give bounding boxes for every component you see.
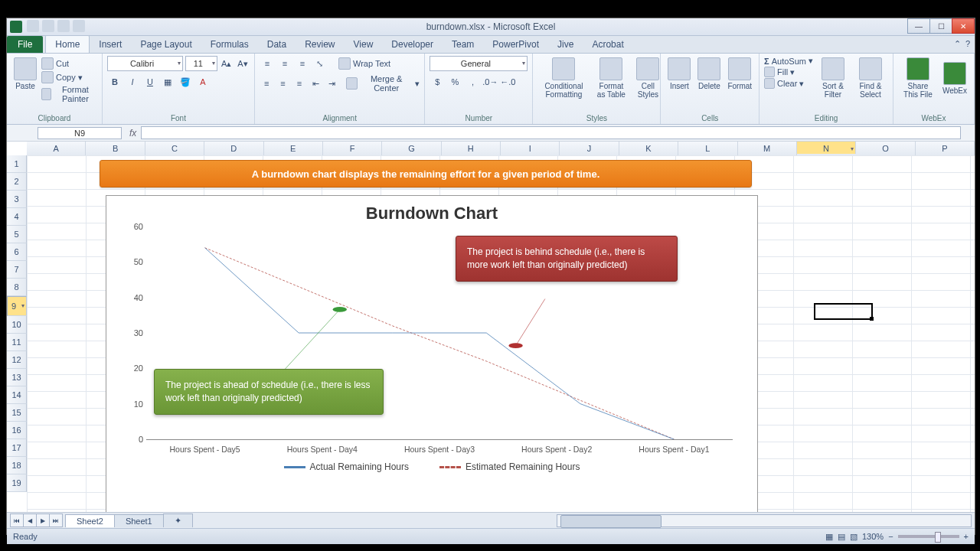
new-sheet-button[interactable]: ✦: [163, 514, 193, 527]
formula-bar-row: N9 fx: [7, 125, 975, 142]
cut-button[interactable]: Cut: [41, 57, 97, 70]
sort-icon: [822, 57, 844, 80]
italic-button[interactable]: I: [125, 74, 140, 90]
inc-decimal-button[interactable]: .0→: [482, 74, 498, 90]
svg-line-2: [516, 299, 545, 346]
clear-button[interactable]: Clear ▾: [764, 78, 813, 89]
wrap-text-button[interactable]: Wrap Text: [338, 57, 390, 70]
find-select-button[interactable]: Find & Select: [853, 56, 888, 100]
row-headers[interactable]: 12345678910111213141516171819: [7, 155, 27, 492]
sort-filter-button[interactable]: Sort & Filter: [815, 56, 851, 100]
cell-styles-button[interactable]: Cell Styles: [632, 56, 663, 100]
delete-cells-button[interactable]: Delete: [695, 56, 723, 92]
view-normal-icon[interactable]: ▦: [825, 532, 833, 542]
brush-icon: [41, 88, 51, 100]
column-headers[interactable]: ABCDEFGHIJKLMNOP: [27, 142, 975, 156]
tab-data[interactable]: Data: [258, 36, 296, 53]
fill-color-button[interactable]: 🪣: [178, 74, 193, 90]
comma-button[interactable]: ,: [465, 74, 480, 90]
percent-button[interactable]: %: [447, 74, 462, 90]
tab-home[interactable]: Home: [45, 35, 90, 53]
minimize-button[interactable]: —: [907, 18, 930, 34]
table-icon: [599, 57, 622, 80]
webex-icon: [943, 62, 966, 85]
group-webex: Share This File WebEx WebEx: [893, 54, 975, 124]
fx-icon[interactable]: fx: [129, 128, 136, 139]
zoom-slider[interactable]: [898, 535, 959, 538]
help-icon[interactable]: ?: [965, 39, 970, 49]
ribbon-minimize-icon[interactable]: ⌃: [954, 39, 961, 49]
tab-developer[interactable]: Developer: [382, 36, 443, 53]
tab-view[interactable]: View: [345, 36, 383, 53]
tab-acrobat[interactable]: Acrobat: [583, 36, 632, 53]
align-top[interactable]: ≡: [260, 56, 275, 71]
group-clipboard: Paste Cut Copy ▾ Format Painter Clipboar…: [7, 54, 103, 124]
autosum-button[interactable]: Σ AutoSum ▾: [764, 56, 813, 66]
indent-dec[interactable]: ⇤: [309, 76, 322, 91]
sheet-nav-prev[interactable]: ◀: [23, 514, 37, 527]
orientation-button[interactable]: ⤡: [312, 56, 328, 71]
zoom-level[interactable]: 130%: [862, 532, 884, 541]
underline-button[interactable]: U: [142, 74, 158, 90]
conditional-formatting-button[interactable]: Conditional Formatting: [537, 56, 590, 100]
quick-access-toolbar[interactable]: [27, 20, 85, 32]
align-center[interactable]: ≡: [276, 76, 289, 91]
align-left[interactable]: ≡: [260, 76, 273, 91]
font-color-button[interactable]: A: [195, 74, 211, 90]
formula-bar[interactable]: [141, 126, 961, 139]
tab-review[interactable]: Review: [296, 36, 344, 53]
cut-icon: [41, 57, 54, 70]
name-box[interactable]: N9: [38, 127, 122, 139]
copy-button[interactable]: Copy ▾: [41, 71, 97, 83]
chart-x-labels: Hours Spent - Day5Hours Spent - Day4Hour…: [146, 445, 733, 454]
horizontal-scrollbar[interactable]: [557, 514, 972, 527]
tab-formulas[interactable]: Formulas: [201, 36, 258, 53]
indent-inc[interactable]: ⇥: [325, 76, 338, 91]
tab-team[interactable]: Team: [443, 36, 483, 53]
webex-button[interactable]: WebEx: [940, 60, 969, 96]
format-cells-button[interactable]: Format: [725, 56, 754, 92]
font-size-select[interactable]: 11: [185, 56, 217, 71]
shrink-font-button[interactable]: A▾: [236, 56, 250, 71]
sheet-tab-sheet2[interactable]: Sheet2: [65, 514, 115, 527]
group-editing: Σ AutoSum ▾ Fill ▾ Clear ▾ Sort & Filter…: [760, 54, 893, 124]
sheet-tab-sheet1[interactable]: Sheet1: [114, 514, 164, 527]
fill-button[interactable]: Fill ▾: [764, 67, 813, 77]
view-pagebreak-icon[interactable]: ▧: [850, 532, 858, 542]
paste-button[interactable]: Paste: [11, 56, 39, 92]
format-painter-button[interactable]: Format Painter: [41, 85, 97, 103]
sheet-nav-last[interactable]: ⏭: [49, 514, 63, 527]
sheet-nav-next[interactable]: ▶: [36, 514, 50, 527]
align-middle[interactable]: ≡: [277, 56, 292, 71]
worksheet[interactable]: ABCDEFGHIJKLMNOP 12345678910111213141516…: [7, 142, 975, 512]
border-button[interactable]: ▦: [160, 74, 175, 90]
maximize-button[interactable]: ☐: [929, 18, 952, 34]
grow-font-button[interactable]: A▴: [220, 56, 234, 71]
number-format-select[interactable]: General: [430, 56, 528, 71]
file-tab[interactable]: File: [7, 36, 43, 53]
active-cell[interactable]: [814, 303, 873, 320]
tab-powerpivot[interactable]: PowerPivot: [483, 36, 548, 53]
accounting-button[interactable]: $: [430, 74, 445, 90]
burndown-chart[interactable]: Burndown Chart 60 50 40 30 20 10 0: [106, 195, 758, 512]
tab-page-layout[interactable]: Page Layout: [131, 36, 201, 53]
cell-grid[interactable]: A burndown chart displays the remaining …: [27, 155, 975, 512]
merge-center-button[interactable]: Merge & Center ▾: [346, 74, 420, 93]
bold-button[interactable]: B: [107, 74, 122, 90]
tab-insert[interactable]: Insert: [90, 36, 131, 53]
sheet-tab-bar: ⏮◀▶⏭ Sheet2 Sheet1 ✦: [7, 512, 975, 528]
share-file-button[interactable]: Share This File: [898, 56, 938, 100]
align-bottom[interactable]: ≡: [295, 56, 310, 71]
sheet-nav-first[interactable]: ⏮: [10, 514, 24, 527]
format-as-table-button[interactable]: Format as Table: [592, 56, 630, 100]
align-right[interactable]: ≡: [292, 76, 306, 91]
tab-jive[interactable]: Jive: [548, 36, 583, 53]
font-name-select[interactable]: Calibri: [107, 56, 183, 71]
status-ready: Ready: [13, 532, 38, 541]
insert-cells-button[interactable]: Insert: [665, 56, 693, 92]
close-button[interactable]: ✕: [952, 18, 975, 34]
view-layout-icon[interactable]: ▤: [838, 532, 845, 542]
zoom-in-button[interactable]: +: [964, 532, 969, 541]
dec-decimal-button[interactable]: ←.0: [500, 74, 515, 90]
zoom-out-button[interactable]: −: [888, 532, 893, 541]
